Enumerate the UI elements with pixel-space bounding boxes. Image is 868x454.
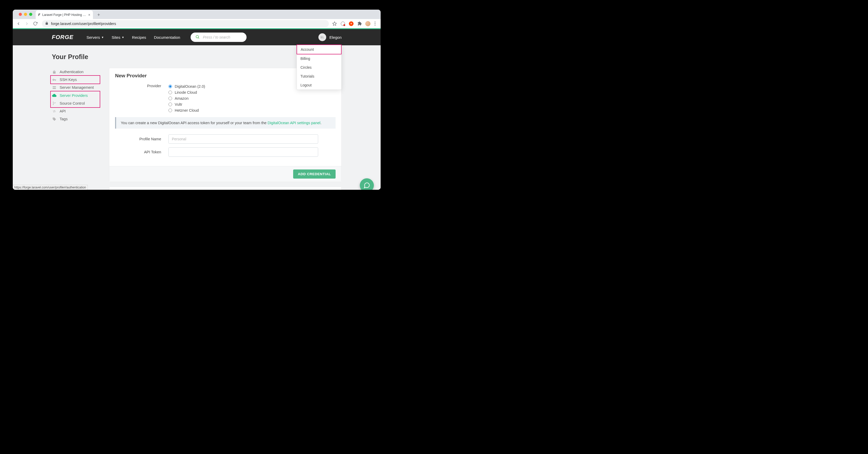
address-bar: forge.laravel.com/user/profile#/provider… (13, 19, 381, 28)
profile-name-input[interactable] (168, 134, 318, 144)
info-banner: You can create a new DigitalOcean API ac… (115, 117, 336, 129)
svg-point-6 (53, 104, 53, 105)
svg-rect-3 (53, 86, 56, 87)
sidebar-item-source-control[interactable]: Source Control (52, 99, 99, 107)
transfer-icon (52, 109, 57, 113)
nav-links: Servers▼ Sites▼ Recipes Documentation (87, 35, 180, 39)
radio-hetzner[interactable]: Hetzner Cloud (168, 108, 205, 113)
server-icon (52, 86, 57, 90)
chevron-down-icon: ▼ (101, 36, 104, 39)
minimize-window-button[interactable] (24, 13, 27, 16)
extension-icon-2[interactable]: + (349, 21, 354, 26)
profile-avatar-icon[interactable] (365, 21, 370, 26)
sidebar-item-server-providers[interactable]: Server Providers (52, 91, 99, 99)
info-link[interactable]: DigitalOcean API settings panel (268, 121, 320, 125)
svg-point-1 (196, 35, 199, 38)
dropdown-logout[interactable]: Logout (297, 81, 341, 90)
browser-window: F Laravel Forge | PHP Hosting Fo × + for… (13, 10, 381, 190)
user-menu[interactable]: EL Elegon Account Billing Circles Tutori… (318, 33, 342, 41)
app-header: FORGE Servers▼ Sites▼ Recipes Documentat… (13, 29, 381, 45)
dropdown-circles[interactable]: Circles (297, 63, 341, 72)
lock-icon (52, 70, 57, 74)
new-tab-button[interactable]: + (95, 11, 102, 19)
svg-marker-0 (333, 22, 337, 25)
url-field[interactable]: forge.laravel.com/user/profile#/provider… (42, 20, 329, 27)
profile-name-label: Profile Name (115, 137, 168, 141)
extensions-icon[interactable] (357, 21, 362, 26)
card-footer: ADD CREDENTIAL (110, 166, 341, 182)
sidebar-item-label: SSH Keys (60, 78, 77, 82)
nav-servers[interactable]: Servers▼ (87, 35, 104, 39)
key-icon (52, 78, 57, 82)
chevron-down-icon: ▼ (122, 36, 124, 39)
provider-label: Provider (115, 84, 168, 88)
sidebar-item-api[interactable]: API (52, 107, 99, 115)
favicon: F (38, 13, 40, 17)
toolbar-icons: + (332, 21, 378, 27)
svg-point-5 (53, 102, 53, 102)
browser-menu-button[interactable] (374, 21, 376, 27)
sidebar: Authentication SSH Keys Server Managemen… (52, 68, 99, 190)
help-button[interactable] (360, 178, 374, 190)
url-text: forge.laravel.com/user/profile#/provider… (51, 22, 116, 26)
close-window-button[interactable] (19, 13, 22, 16)
nav-documentation[interactable]: Documentation (154, 35, 180, 39)
dropdown-tutorials[interactable]: Tutorials (297, 72, 341, 81)
close-tab-button[interactable]: × (88, 13, 90, 17)
search-input[interactable] (203, 35, 248, 39)
logo[interactable]: FORGE (52, 34, 73, 40)
provider-radio-group: DigitalOcean (2.0) Linode Cloud Amazon V… (168, 84, 205, 113)
extension-icon-1[interactable] (340, 21, 345, 26)
cloud-icon (52, 93, 57, 98)
lock-icon (45, 22, 49, 26)
tag-icon (52, 117, 57, 121)
dropdown-account[interactable]: Account (297, 44, 342, 54)
sidebar-item-label: Authentication (60, 70, 84, 74)
back-button[interactable] (15, 20, 22, 27)
svg-rect-4 (53, 88, 56, 89)
dropdown-billing[interactable]: Billing (297, 54, 341, 63)
svg-line-2 (198, 37, 199, 38)
maximize-window-button[interactable] (29, 13, 32, 16)
reload-button[interactable] (31, 20, 39, 27)
sidebar-item-label: Tags (60, 117, 68, 121)
api-token-input[interactable] (168, 147, 318, 157)
browser-tab[interactable]: F Laravel Forge | PHP Hosting Fo × (36, 10, 93, 19)
avatar: EL (318, 33, 326, 41)
branch-icon (52, 101, 57, 105)
search-box[interactable] (191, 33, 247, 42)
sidebar-item-label: API (60, 109, 66, 113)
radio-amazon[interactable]: Amazon (168, 96, 205, 100)
search-icon (195, 35, 200, 40)
nav-recipes[interactable]: Recipes (132, 35, 146, 39)
radio-vultr[interactable]: Vultr (168, 102, 205, 107)
radio-linode[interactable]: Linode Cloud (168, 90, 205, 94)
tab-title: Laravel Forge | PHP Hosting Fo (42, 13, 86, 17)
sidebar-item-server-management[interactable]: Server Management (52, 84, 99, 91)
user-name: Elegon (329, 35, 342, 39)
radio-digitalocean[interactable]: DigitalOcean (2.0) (168, 84, 205, 89)
nav-sites[interactable]: Sites▼ (112, 35, 124, 39)
sidebar-item-authentication[interactable]: Authentication (52, 68, 99, 76)
tab-bar: F Laravel Forge | PHP Hosting Fo × + (13, 10, 381, 19)
sidebar-item-tags[interactable]: Tags (52, 115, 99, 123)
api-token-label: API Token (115, 150, 168, 154)
sidebar-item-ssh-keys[interactable]: SSH Keys (52, 76, 99, 84)
sidebar-item-label: Source Control (60, 101, 85, 105)
window-controls (16, 10, 36, 19)
status-bar-link: https://forge.laravel.com/user/profile#/… (13, 185, 88, 190)
star-icon[interactable] (332, 21, 337, 26)
sidebar-item-label: Server Providers (60, 93, 88, 98)
user-dropdown: Account Billing Circles Tutorials Logout (297, 44, 342, 90)
sidebar-item-label: Server Management (60, 85, 94, 90)
add-credential-button[interactable]: ADD CREDENTIAL (293, 170, 336, 179)
forward-button[interactable] (23, 20, 30, 27)
next-card-peek (109, 187, 342, 190)
